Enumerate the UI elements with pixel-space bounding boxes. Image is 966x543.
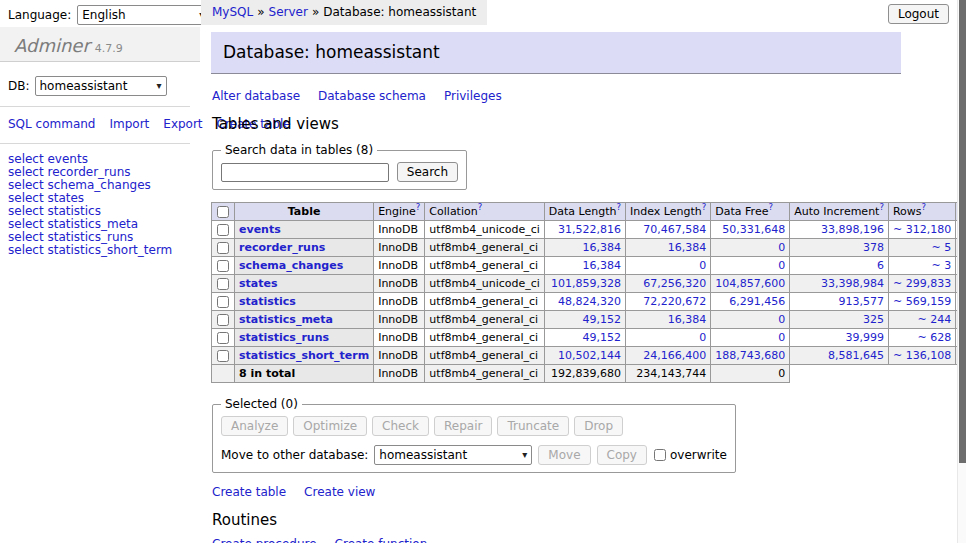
- search-input[interactable]: [221, 163, 389, 182]
- rows-link[interactable]: ~ 569,159: [893, 295, 951, 308]
- row-checkbox[interactable]: [217, 314, 229, 326]
- db-select[interactable]: homeassistant: [35, 76, 167, 96]
- table-name-link[interactable]: statistics_runs: [239, 331, 329, 344]
- data-length-link[interactable]: 49,152: [583, 313, 622, 326]
- column-help-link[interactable]: ?: [416, 202, 421, 212]
- data-free-link[interactable]: 0: [778, 313, 785, 326]
- create-table-link[interactable]: Create table: [212, 485, 286, 499]
- privileges-link[interactable]: Privileges: [444, 89, 502, 103]
- database-schema-link[interactable]: Database schema: [318, 89, 426, 103]
- index-length-link[interactable]: 16,384: [668, 241, 707, 254]
- data-free-cell: 188,743,680: [711, 347, 790, 365]
- optimize-button[interactable]: Optimize: [293, 416, 367, 436]
- data-length-link[interactable]: 10,502,144: [558, 349, 621, 362]
- rows-cell: ~ 312,180: [888, 221, 955, 239]
- auto-increment-link[interactable]: 378: [863, 241, 884, 254]
- data-free-link[interactable]: 0: [778, 259, 785, 272]
- index-length-link[interactable]: 70,467,584: [643, 223, 706, 236]
- sidebar-export-link[interactable]: Export: [163, 117, 202, 131]
- table-name-link[interactable]: recorder_runs: [239, 241, 325, 254]
- column-help-link[interactable]: ?: [879, 202, 884, 212]
- breadcrumb-separator: »: [312, 5, 319, 19]
- sidebar-import-link[interactable]: Import: [109, 117, 149, 131]
- data-length-link[interactable]: 16,384: [583, 259, 622, 272]
- sidebar-sql-command-link[interactable]: SQL command: [8, 117, 95, 131]
- select-all-checkbox[interactable]: [217, 206, 229, 218]
- column-help-link[interactable]: ?: [478, 202, 483, 212]
- data-free-link[interactable]: 104,857,600: [715, 277, 785, 290]
- rows-link[interactable]: ~ 136,108: [893, 349, 951, 362]
- data-length-link[interactable]: 49,152: [583, 331, 622, 344]
- column-help-link[interactable]: ?: [702, 202, 707, 212]
- table-name-link[interactable]: schema_changes: [239, 259, 343, 272]
- data-length-link[interactable]: 101,859,328: [551, 277, 621, 290]
- row-checkbox[interactable]: [217, 332, 229, 344]
- column-help-link[interactable]: ?: [617, 202, 622, 212]
- index-length-link[interactable]: 67,256,320: [643, 277, 706, 290]
- search-button[interactable]: Search: [397, 162, 458, 182]
- index-length-link[interactable]: 0: [699, 331, 706, 344]
- auto-increment-link[interactable]: 39,999: [845, 331, 884, 344]
- row-checkbox[interactable]: [217, 224, 229, 236]
- sidebar-select-link[interactable]: select statistics_short_term: [8, 244, 190, 257]
- row-checkbox[interactable]: [217, 296, 229, 308]
- table-name-link[interactable]: statistics: [239, 295, 296, 308]
- data-free-link[interactable]: 0: [778, 241, 785, 254]
- truncate-button[interactable]: Truncate: [497, 416, 569, 436]
- alter-database-link[interactable]: Alter database: [212, 89, 300, 103]
- table-name-link[interactable]: states: [239, 277, 278, 290]
- index-length-link[interactable]: 72,220,672: [643, 295, 706, 308]
- rows-link[interactable]: ~ 628: [917, 331, 951, 344]
- breadcrumb-server-link[interactable]: Server: [269, 5, 308, 19]
- auto-increment-link[interactable]: 6: [877, 259, 884, 272]
- rows-link[interactable]: ~ 299,833: [893, 277, 951, 290]
- row-checkbox[interactable]: [217, 260, 229, 272]
- repair-button[interactable]: Repair: [434, 416, 492, 436]
- data-free-link[interactable]: 0: [778, 331, 785, 344]
- table-name-link[interactable]: events: [239, 223, 281, 236]
- logout-button[interactable]: Logout: [888, 4, 949, 24]
- move-button[interactable]: Move: [538, 445, 590, 465]
- drop-button[interactable]: Drop: [574, 416, 623, 436]
- check-button[interactable]: Check: [372, 416, 429, 436]
- row-checkbox[interactable]: [217, 278, 229, 290]
- scrollbar-thumb[interactable]: [959, 0, 966, 463]
- language-select[interactable]: English: [77, 5, 209, 25]
- data-free-link[interactable]: 6,291,456: [729, 295, 785, 308]
- scrollbar-track[interactable]: [957, 0, 966, 543]
- rows-link[interactable]: ~ 244: [917, 313, 951, 326]
- auto-increment-link[interactable]: 33,898,196: [821, 223, 884, 236]
- table-name-link[interactable]: statistics_short_term: [239, 349, 369, 362]
- auto-increment-link[interactable]: 325: [863, 313, 884, 326]
- data-length-link[interactable]: 16,384: [583, 241, 622, 254]
- column-help-link[interactable]: ?: [768, 202, 773, 212]
- create-procedure-link[interactable]: Create procedure: [212, 537, 317, 543]
- auto-increment-link[interactable]: 8,581,645: [828, 349, 884, 362]
- row-checkbox[interactable]: [217, 350, 229, 362]
- auto-increment-link[interactable]: 913,577: [838, 295, 884, 308]
- index-length-link[interactable]: 16,384: [668, 313, 707, 326]
- create-view-link[interactable]: Create view: [304, 485, 375, 499]
- move-db-select[interactable]: homeassistant: [374, 445, 532, 465]
- rows-link[interactable]: ~ 5: [931, 241, 951, 254]
- table-name-link[interactable]: statistics_meta: [239, 313, 333, 326]
- data-free-link[interactable]: 188,743,680: [715, 349, 785, 362]
- auto-increment-link[interactable]: 33,398,984: [821, 277, 884, 290]
- breadcrumb-mysql-link[interactable]: MySQL: [212, 5, 253, 19]
- overwrite-checkbox[interactable]: [654, 449, 666, 461]
- index-length-link[interactable]: 24,166,400: [643, 349, 706, 362]
- column-help-link[interactable]: ?: [922, 202, 927, 212]
- index-length-link[interactable]: 0: [699, 259, 706, 272]
- row-checkbox[interactable]: [217, 242, 229, 254]
- rows-link[interactable]: ~ 3: [931, 259, 951, 272]
- data-length-link[interactable]: 31,522,816: [558, 223, 621, 236]
- copy-button[interactable]: Copy: [597, 445, 647, 465]
- data-free-link[interactable]: 50,331,648: [722, 223, 785, 236]
- rows-link[interactable]: ~ 312,180: [893, 223, 951, 236]
- column-header-label: Collation: [429, 205, 477, 218]
- column-help: ?: [617, 202, 622, 212]
- analyze-button[interactable]: Analyze: [221, 416, 288, 436]
- create-function-link[interactable]: Create function: [335, 537, 428, 543]
- data-length-cell: 49,152: [544, 329, 625, 347]
- data-length-link[interactable]: 48,824,320: [558, 295, 621, 308]
